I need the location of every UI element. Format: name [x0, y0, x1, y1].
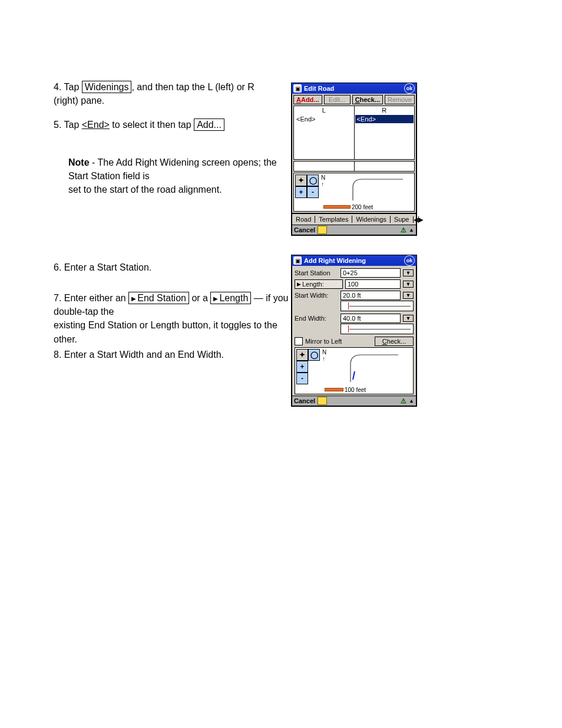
- sip-up-icon[interactable]: ▲: [409, 398, 414, 404]
- left-status: [293, 161, 354, 172]
- road-curve: [347, 177, 406, 203]
- zoom-in-icon[interactable]: +: [295, 186, 307, 198]
- step5-p1: 5. Tap: [54, 120, 79, 130]
- check-button[interactable]: Check...: [375, 337, 414, 346]
- tab-supe[interactable]: Supe: [391, 216, 413, 223]
- remove-button[interactable]: Remove: [385, 95, 415, 104]
- note-intro: Note: [68, 157, 90, 167]
- check-button[interactable]: Check...: [352, 95, 383, 104]
- start-station-dropdown-icon[interactable]: ▼: [403, 269, 414, 276]
- start-station-field[interactable]: 0+25: [340, 268, 401, 278]
- scale-bar: [325, 388, 343, 391]
- keyboard-icon[interactable]: [318, 397, 327, 405]
- zoom-extents-icon[interactable]: ✦: [295, 174, 307, 186]
- ok-button[interactable]: ok: [404, 255, 415, 266]
- right-pane-end-item[interactable]: <End>: [355, 115, 414, 123]
- step8: 8. Enter a Start Width and an End Width.: [54, 350, 224, 360]
- end-width-label: End Width:: [295, 315, 338, 322]
- left-pane-header[interactable]: L: [294, 106, 354, 114]
- add-button[interactable]: AAdd...Add...: [293, 95, 322, 104]
- start-width-field[interactable]: 20.0 ft: [340, 291, 401, 300]
- edit-button[interactable]: Edit...: [324, 95, 351, 104]
- zoom-extents-icon[interactable]: ✦: [296, 349, 308, 361]
- start-width-dropdown-icon[interactable]: ▼: [403, 292, 414, 299]
- end-station-label: End Station: [137, 293, 186, 303]
- scale-label: 200 feet: [352, 204, 373, 210]
- step6: 6. Enter a Start Station.: [54, 262, 151, 272]
- scale-label: 100 feet: [345, 387, 366, 393]
- add-widening-titlebar: ▣ Add Right Widening ok: [292, 255, 416, 266]
- north-indicator: N↑: [321, 174, 325, 187]
- edit-road-titlebar: ▣ Edit Road ok: [292, 83, 416, 94]
- end-width-dropdown-icon[interactable]: ▼: [403, 315, 414, 322]
- add-widening-title: Add Right Widening: [304, 257, 404, 264]
- note-body: - The Add Right Widening screen opens; t…: [68, 157, 277, 181]
- length-button-ref: ▶Length: [210, 292, 251, 304]
- step4-line: 4. Tap Widenings, and then tap the L (le…: [54, 80, 277, 107]
- length-dropdown-icon[interactable]: ▼: [403, 281, 414, 288]
- keyboard-icon[interactable]: [318, 226, 327, 234]
- mirror-label: Mirror to Left: [305, 338, 342, 345]
- play-icon: ▶: [297, 281, 301, 287]
- step4-prefix: 4. Tap: [54, 82, 79, 92]
- end-width-plot: [340, 324, 414, 334]
- play-icon: ▶: [131, 295, 136, 302]
- tab-row: Road Templates Widenings Supe ◀ ▶: [292, 213, 416, 225]
- note-line2: set to the start of the road alignment.: [68, 185, 222, 195]
- step7a: 7. Enter either an: [54, 293, 126, 303]
- step5-end: <End>: [82, 120, 110, 130]
- length-toggle-label: Length:: [302, 281, 324, 288]
- right-status: [354, 161, 415, 172]
- right-pane-header[interactable]: R: [355, 106, 415, 114]
- step8-line: 8. Enter a Start Width and an End Width.: [54, 348, 277, 361]
- start-width-plot: [340, 301, 414, 311]
- road-curve: [342, 351, 401, 384]
- scale-bar: [323, 205, 351, 209]
- step7-line: 7. Enter either an ▶End Station or a ▶Le…: [54, 291, 289, 346]
- edit-road-title: Edit Road: [304, 85, 404, 92]
- north-indicator: N↑: [322, 349, 326, 362]
- add-button-ref: Add...: [194, 118, 224, 131]
- zoom-out-icon[interactable]: -: [296, 373, 308, 384]
- length-field[interactable]: 100: [345, 279, 401, 289]
- zoom-world-icon[interactable]: ◯: [308, 349, 320, 361]
- note-block: Note - The Add Right Widening screen ope…: [68, 156, 280, 197]
- tab-road[interactable]: Road: [292, 216, 315, 223]
- step5-line: 5. Tap <End> to select it then tap Add..…: [54, 118, 283, 131]
- ok-button[interactable]: ok: [404, 83, 415, 94]
- warning-icon[interactable]: ⚠: [401, 397, 406, 405]
- edit-road-window: ▣ Edit Road ok AAdd...Add... Edit... Che…: [291, 83, 417, 236]
- tabs-scroll-left-icon[interactable]: ◀: [413, 216, 418, 223]
- left-pane-end-item[interactable]: <End>: [295, 115, 353, 123]
- app-icon: ▣: [293, 84, 302, 93]
- warning-icon[interactable]: ⚠: [401, 226, 406, 234]
- zoom-out-icon[interactable]: -: [307, 186, 319, 198]
- cancel-button[interactable]: Cancel: [294, 397, 315, 404]
- zoom-in-icon[interactable]: +: [296, 361, 308, 373]
- step7b: or a: [189, 293, 210, 303]
- end-width-field[interactable]: 40.0 ft: [340, 314, 401, 323]
- app-icon: ▣: [293, 256, 302, 265]
- zoom-world-icon[interactable]: ◯: [307, 174, 319, 186]
- mirror-checkbox[interactable]: [295, 337, 303, 345]
- step5-p3: to select it then tap: [112, 120, 191, 130]
- add-widening-window: ▣ Add Right Widening ok Start Station 0+…: [291, 255, 417, 407]
- length-toggle-button[interactable]: ▶Length:: [295, 279, 343, 289]
- widenings-tab-ref: Widenings: [82, 81, 132, 93]
- length-label: Length: [219, 293, 248, 303]
- sip-up-icon[interactable]: ▲: [409, 227, 414, 233]
- step7d: existing End Station or Length button, i…: [54, 320, 277, 344]
- step6-line: 6. Enter a Start Station.: [54, 261, 277, 274]
- start-width-label: Start Width:: [295, 292, 338, 299]
- play-icon: ▶: [213, 295, 218, 302]
- tab-templates[interactable]: Templates: [315, 216, 352, 223]
- tab-widenings[interactable]: Widenings: [352, 216, 390, 223]
- end-station-button-ref: ▶End Station: [128, 292, 189, 304]
- start-station-label: Start Station: [295, 269, 338, 276]
- cancel-button[interactable]: Cancel: [294, 226, 315, 233]
- tabs-scroll-right-icon[interactable]: ▶: [418, 216, 424, 223]
